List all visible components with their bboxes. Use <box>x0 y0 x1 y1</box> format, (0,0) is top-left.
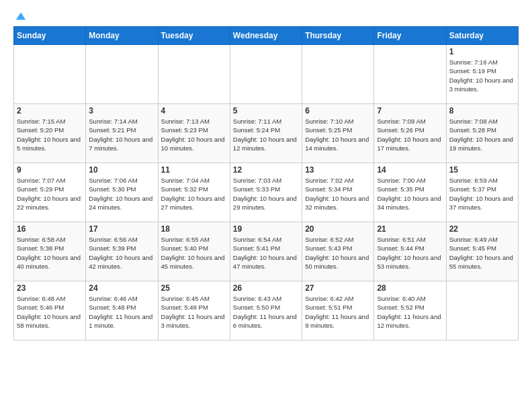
weekday-sunday: Sunday <box>14 27 86 45</box>
calendar-cell: 14Sunrise: 7:00 AM Sunset: 5:35 PM Dayli… <box>374 163 446 222</box>
calendar-cell <box>302 45 374 104</box>
day-info: Sunrise: 6:49 AM Sunset: 5:45 PM Dayligh… <box>449 235 515 271</box>
calendar-cell: 12Sunrise: 7:03 AM Sunset: 5:33 PM Dayli… <box>230 163 302 222</box>
weekday-thursday: Thursday <box>302 27 374 45</box>
day-info: Sunrise: 6:43 AM Sunset: 5:50 PM Dayligh… <box>233 294 299 330</box>
day-number: 27 <box>305 283 371 293</box>
week-row-5: 23Sunrise: 6:48 AM Sunset: 5:46 PM Dayli… <box>14 281 519 340</box>
day-number: 23 <box>17 283 83 293</box>
day-number: 10 <box>89 165 154 175</box>
calendar-cell: 22Sunrise: 6:49 AM Sunset: 5:45 PM Dayli… <box>446 222 518 281</box>
week-row-2: 2Sunrise: 7:15 AM Sunset: 5:20 PM Daylig… <box>14 104 519 163</box>
day-info: Sunrise: 6:42 AM Sunset: 5:51 PM Dayligh… <box>305 294 371 330</box>
day-number: 4 <box>161 106 227 116</box>
week-row-1: 1Sunrise: 7:16 AM Sunset: 5:19 PM Daylig… <box>14 45 519 104</box>
day-number: 18 <box>161 224 227 234</box>
calendar-cell: 17Sunrise: 6:56 AM Sunset: 5:39 PM Dayli… <box>86 222 158 281</box>
calendar-cell <box>86 45 158 104</box>
day-info: Sunrise: 6:52 AM Sunset: 5:43 PM Dayligh… <box>305 235 371 271</box>
week-row-4: 16Sunrise: 6:58 AM Sunset: 5:38 PM Dayli… <box>14 222 519 281</box>
calendar-cell: 3Sunrise: 7:14 AM Sunset: 5:21 PM Daylig… <box>86 104 158 163</box>
day-info: Sunrise: 6:56 AM Sunset: 5:39 PM Dayligh… <box>89 235 154 271</box>
day-number: 22 <box>449 224 515 234</box>
day-number: 9 <box>17 165 83 175</box>
weekday-wednesday: Wednesday <box>230 27 302 45</box>
day-number: 6 <box>305 106 371 116</box>
day-number: 25 <box>161 283 227 293</box>
day-info: Sunrise: 7:08 AM Sunset: 5:28 PM Dayligh… <box>449 117 515 152</box>
day-info: Sunrise: 6:51 AM Sunset: 5:44 PM Dayligh… <box>377 235 443 271</box>
day-info: Sunrise: 6:58 AM Sunset: 5:38 PM Dayligh… <box>17 235 83 271</box>
day-number: 13 <box>305 165 371 175</box>
day-info: Sunrise: 6:40 AM Sunset: 5:52 PM Dayligh… <box>377 294 443 330</box>
calendar-cell <box>14 45 86 104</box>
calendar-cell: 20Sunrise: 6:52 AM Sunset: 5:43 PM Dayli… <box>302 222 374 281</box>
day-number: 20 <box>305 224 371 234</box>
day-info: Sunrise: 7:13 AM Sunset: 5:23 PM Dayligh… <box>161 117 227 152</box>
week-row-3: 9Sunrise: 7:07 AM Sunset: 5:29 PM Daylig… <box>14 163 519 222</box>
day-number: 3 <box>89 106 154 116</box>
calendar-cell: 28Sunrise: 6:40 AM Sunset: 5:52 PM Dayli… <box>374 281 446 340</box>
day-info: Sunrise: 7:10 AM Sunset: 5:25 PM Dayligh… <box>305 117 371 152</box>
calendar-cell: 15Sunrise: 6:59 AM Sunset: 5:37 PM Dayli… <box>446 163 518 222</box>
calendar-cell: 23Sunrise: 6:48 AM Sunset: 5:46 PM Dayli… <box>14 281 86 340</box>
calendar-cell: 8Sunrise: 7:08 AM Sunset: 5:28 PM Daylig… <box>446 104 518 163</box>
calendar-cell: 1Sunrise: 7:16 AM Sunset: 5:19 PM Daylig… <box>446 45 518 104</box>
logo-icon <box>15 10 27 22</box>
day-number: 2 <box>17 106 83 116</box>
day-info: Sunrise: 6:45 AM Sunset: 5:49 PM Dayligh… <box>161 294 227 330</box>
calendar-cell: 10Sunrise: 7:06 AM Sunset: 5:30 PM Dayli… <box>86 163 158 222</box>
day-number: 15 <box>449 165 515 175</box>
calendar-cell: 26Sunrise: 6:43 AM Sunset: 5:50 PM Dayli… <box>230 281 302 340</box>
day-info: Sunrise: 7:03 AM Sunset: 5:33 PM Dayligh… <box>233 176 299 212</box>
day-info: Sunrise: 6:55 AM Sunset: 5:40 PM Dayligh… <box>161 235 227 271</box>
calendar-cell <box>446 281 518 340</box>
calendar-cell: 2Sunrise: 7:15 AM Sunset: 5:20 PM Daylig… <box>14 104 86 163</box>
day-number: 8 <box>449 106 515 116</box>
day-number: 1 <box>449 47 515 56</box>
calendar-cell: 6Sunrise: 7:10 AM Sunset: 5:25 PM Daylig… <box>302 104 374 163</box>
calendar-cell: 27Sunrise: 6:42 AM Sunset: 5:51 PM Dayli… <box>302 281 374 340</box>
logo <box>13 10 27 19</box>
calendar-table: SundayMondayTuesdayWednesdayThursdayFrid… <box>13 26 519 340</box>
day-info: Sunrise: 7:15 AM Sunset: 5:20 PM Dayligh… <box>17 117 83 152</box>
day-number: 12 <box>233 165 299 175</box>
calendar-cell: 21Sunrise: 6:51 AM Sunset: 5:44 PM Dayli… <box>374 222 446 281</box>
calendar-cell <box>374 45 446 104</box>
weekday-header-row: SundayMondayTuesdayWednesdayThursdayFrid… <box>14 27 519 45</box>
svg-marker-0 <box>16 13 26 20</box>
weekday-saturday: Saturday <box>446 27 518 45</box>
day-number: 14 <box>377 165 443 175</box>
day-info: Sunrise: 6:59 AM Sunset: 5:37 PM Dayligh… <box>449 176 515 212</box>
day-number: 21 <box>377 224 443 234</box>
calendar-cell <box>158 45 230 104</box>
calendar-cell: 13Sunrise: 7:02 AM Sunset: 5:34 PM Dayli… <box>302 163 374 222</box>
calendar-cell: 24Sunrise: 6:46 AM Sunset: 5:48 PM Dayli… <box>86 281 158 340</box>
day-number: 17 <box>89 224 154 234</box>
header <box>13 10 519 19</box>
day-info: Sunrise: 7:04 AM Sunset: 5:32 PM Dayligh… <box>161 176 227 212</box>
page: SundayMondayTuesdayWednesdayThursdayFrid… <box>0 0 532 411</box>
calendar-cell: 7Sunrise: 7:09 AM Sunset: 5:26 PM Daylig… <box>374 104 446 163</box>
calendar-cell <box>230 45 302 104</box>
weekday-friday: Friday <box>374 27 446 45</box>
day-info: Sunrise: 6:46 AM Sunset: 5:48 PM Dayligh… <box>89 294 154 330</box>
day-number: 11 <box>161 165 227 175</box>
day-number: 5 <box>233 106 299 116</box>
day-info: Sunrise: 7:16 AM Sunset: 5:19 PM Dayligh… <box>449 58 515 93</box>
calendar-cell: 19Sunrise: 6:54 AM Sunset: 5:41 PM Dayli… <box>230 222 302 281</box>
day-number: 28 <box>377 283 443 293</box>
calendar-cell: 4Sunrise: 7:13 AM Sunset: 5:23 PM Daylig… <box>158 104 230 163</box>
day-info: Sunrise: 6:54 AM Sunset: 5:41 PM Dayligh… <box>233 235 299 271</box>
day-info: Sunrise: 7:09 AM Sunset: 5:26 PM Dayligh… <box>377 117 443 152</box>
day-info: Sunrise: 7:06 AM Sunset: 5:30 PM Dayligh… <box>89 176 154 212</box>
calendar-cell: 9Sunrise: 7:07 AM Sunset: 5:29 PM Daylig… <box>14 163 86 222</box>
day-info: Sunrise: 7:00 AM Sunset: 5:35 PM Dayligh… <box>377 176 443 212</box>
day-info: Sunrise: 7:02 AM Sunset: 5:34 PM Dayligh… <box>305 176 371 212</box>
calendar-cell: 5Sunrise: 7:11 AM Sunset: 5:24 PM Daylig… <box>230 104 302 163</box>
day-number: 26 <box>233 283 299 293</box>
day-info: Sunrise: 7:07 AM Sunset: 5:29 PM Dayligh… <box>17 176 83 212</box>
weekday-tuesday: Tuesday <box>158 27 230 45</box>
calendar-cell: 16Sunrise: 6:58 AM Sunset: 5:38 PM Dayli… <box>14 222 86 281</box>
day-number: 7 <box>377 106 443 116</box>
